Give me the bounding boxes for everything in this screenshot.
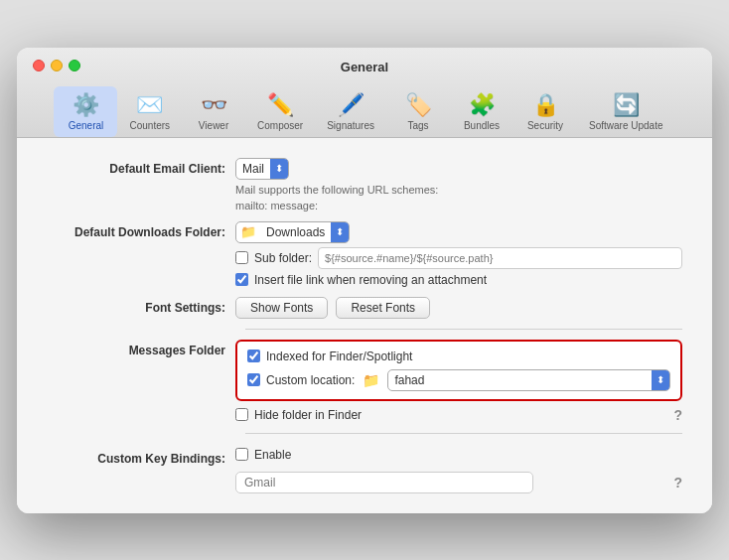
messages-folder-row: Messages Folder Indexed for Finder/Spotl… — [47, 340, 682, 423]
subfolder-checkbox[interactable] — [235, 251, 248, 264]
key-bindings-label: Custom Key Bindings: — [47, 448, 235, 466]
messages-folder-section: Indexed for Finder/Spotlight Custom loca… — [235, 340, 682, 401]
indexed-label: Indexed for Finder/Spotlight — [266, 350, 412, 363]
toolbar-label-general: General — [69, 120, 104, 131]
toolbar-label-security: Security — [527, 120, 563, 131]
subfolder-row: Sub folder: — [235, 247, 682, 269]
downloads-folder-arrow[interactable]: ⬍ — [331, 221, 349, 243]
folder-icon: 📁 — [236, 224, 260, 239]
messages-folder-label: Messages Folder — [47, 340, 235, 357]
toolbar-item-software-update[interactable]: 🔄 Software Update — [577, 86, 675, 137]
toolbar-item-bundles[interactable]: 🧩 Bundles — [450, 86, 513, 137]
signatures-icon: 🖊️ — [338, 92, 364, 118]
indexed-row: Indexed for Finder/Spotlight — [247, 350, 670, 363]
downloads-folder-row: Default Downloads Folder: 📁 Downloads ⬍ … — [47, 221, 682, 287]
toolbar-item-counters[interactable]: ✉️ Counters — [117, 86, 182, 137]
gmail-row: ? — [235, 472, 682, 493]
custom-location-value: fahad — [388, 373, 652, 387]
toolbar-item-viewer[interactable]: 👓 Viewer — [182, 86, 245, 137]
email-client-select[interactable]: Mail ⬍ — [235, 158, 289, 180]
toolbar-label-bundles: Bundles — [464, 120, 500, 131]
separator — [245, 329, 682, 330]
toolbar-label-tags: Tags — [407, 120, 428, 131]
messages-folder-controls: Indexed for Finder/Spotlight Custom loca… — [235, 340, 682, 423]
show-fonts-button[interactable]: Show Fonts — [235, 297, 328, 319]
email-client-arrow[interactable]: ⬍ — [270, 158, 288, 180]
key-bindings-controls: Enable ? — [235, 448, 682, 493]
key-bindings-row: Custom Key Bindings: Enable ? — [47, 448, 682, 493]
custom-location-arrow[interactable]: ⬍ — [652, 369, 669, 391]
title-bar: General ⚙️ General ✉️ Counters 👓 Viewer … — [17, 48, 712, 138]
gmail-input[interactable] — [235, 472, 533, 493]
minimize-button[interactable] — [51, 60, 63, 71]
toolbar-item-security[interactable]: 🔒 Security — [513, 86, 577, 137]
composer-icon: ✏️ — [267, 92, 294, 118]
email-hint2: mailto: message: — [235, 200, 682, 211]
enable-keybindings-row: Enable — [235, 448, 682, 462]
insert-file-link-checkbox[interactable] — [235, 273, 248, 286]
toolbar-label-viewer: Viewer — [199, 120, 228, 131]
question-mark-icon[interactable]: ? — [673, 407, 682, 423]
downloads-folder-select[interactable]: 📁 Downloads ⬍ — [235, 221, 350, 243]
bundles-icon: 🧩 — [469, 92, 496, 118]
font-settings-controls: Show Fonts Reset Fonts — [235, 297, 682, 319]
hide-folder-row: Hide folder in Finder ? — [235, 407, 682, 423]
email-hint: Mail supports the following URL schemes: — [235, 184, 682, 196]
email-client-row: Default Email Client: Mail ⬍ Mail suppor… — [47, 158, 682, 211]
security-icon: 🔒 — [532, 92, 559, 118]
font-settings-label: Font Settings: — [47, 297, 235, 315]
content-area: Default Email Client: Mail ⬍ Mail suppor… — [17, 138, 712, 513]
toolbar-label-software-update: Software Update — [589, 120, 663, 131]
tags-icon: 🏷️ — [405, 92, 432, 118]
enable-keybindings-checkbox[interactable] — [235, 448, 248, 461]
insert-file-link-row: Insert file link when removing an attach… — [235, 273, 682, 287]
reset-fonts-button[interactable]: Reset Fonts — [336, 297, 430, 319]
downloads-folder-controls: 📁 Downloads ⬍ Sub folder: Insert file li… — [235, 221, 682, 287]
subfolder-input[interactable] — [318, 247, 682, 269]
hide-folder-checkbox[interactable] — [235, 408, 248, 421]
downloads-folder-label: Default Downloads Folder: — [47, 221, 235, 239]
gmail-question-mark-icon[interactable]: ? — [673, 475, 682, 490]
software-update-icon: 🔄 — [613, 92, 640, 118]
toolbar-item-composer[interactable]: ✏️ Composer — [245, 86, 315, 137]
toolbar-label-signatures: Signatures — [327, 120, 374, 131]
toolbar-item-general[interactable]: ⚙️ General — [54, 86, 117, 137]
toolbar-label-composer: Composer — [257, 120, 303, 131]
downloads-folder-value: Downloads — [260, 225, 331, 239]
custom-location-checkbox[interactable] — [247, 373, 260, 386]
toolbar-label-counters: Counters — [129, 120, 170, 131]
toolbar-item-signatures[interactable]: 🖊️ Signatures — [315, 86, 386, 137]
viewer-icon: 👓 — [201, 92, 227, 118]
window-title: General — [33, 60, 696, 74]
email-client-select-row: Mail ⬍ — [235, 158, 682, 180]
separator2 — [245, 433, 682, 434]
downloads-select-row: 📁 Downloads ⬍ — [235, 221, 682, 243]
indexed-checkbox[interactable] — [247, 350, 260, 362]
general-icon: ⚙️ — [73, 92, 99, 118]
email-client-label: Default Email Client: — [47, 158, 235, 176]
custom-location-row: Custom location: 📁 fahad ⬍ — [247, 369, 670, 391]
email-client-value: Mail — [236, 162, 270, 176]
font-settings-row: Font Settings: Show Fonts Reset Fonts — [47, 297, 682, 319]
custom-location-label: Custom location: — [266, 373, 355, 387]
maximize-button[interactable] — [69, 60, 80, 71]
font-buttons: Show Fonts Reset Fonts — [235, 297, 682, 319]
custom-location-select[interactable]: fahad ⬍ — [387, 369, 670, 391]
main-window: General ⚙️ General ✉️ Counters 👓 Viewer … — [17, 48, 712, 513]
subfolder-label: Sub folder: — [254, 251, 312, 265]
toolbar-item-tags[interactable]: 🏷️ Tags — [386, 86, 450, 137]
counters-icon: ✉️ — [136, 92, 163, 118]
custom-location-folder-icon: 📁 — [363, 372, 379, 388]
hide-folder-label: Hide folder in Finder — [254, 408, 362, 422]
insert-file-link-label: Insert file link when removing an attach… — [254, 273, 487, 287]
toolbar: ⚙️ General ✉️ Counters 👓 Viewer ✏️ Compo… — [33, 82, 696, 137]
close-button[interactable] — [33, 60, 45, 71]
enable-label: Enable — [254, 448, 291, 462]
email-client-controls: Mail ⬍ Mail supports the following URL s… — [235, 158, 682, 211]
